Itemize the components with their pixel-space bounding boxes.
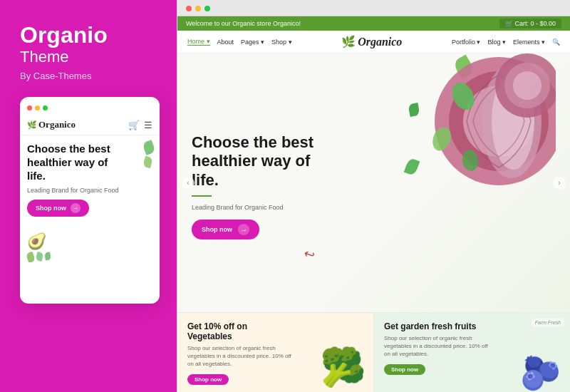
cart-label: 🛒 Cart: 0 - $0.00	[505, 20, 556, 27]
leaf-b2	[36, 252, 44, 262]
nav-bar: Home ▾ About Pages ▾ Shop ▾ 🌿 Organico P…	[177, 31, 570, 53]
mock-logo-label: Organico	[38, 119, 76, 130]
hero-btn-label: Shop now	[202, 226, 232, 233]
hero-next-btn[interactable]: ›	[553, 177, 566, 190]
card-2-desc: Shop our selection of organic fresh vege…	[384, 334, 491, 359]
hero-sub: Leading Brand for Organic Food	[192, 204, 320, 211]
site-logo-leaf-icon: 🌿	[341, 35, 356, 48]
nav-links-right: Portfolio ▾ Blog ▾ Elements ▾ 🔍	[452, 38, 560, 46]
nav-elements-link[interactable]: Elements ▾	[513, 38, 545, 46]
mock-heading: Choose the best healthier way of life.	[27, 143, 113, 182]
nav-portfolio-link[interactable]: Portfolio ▾	[452, 38, 481, 46]
card-1-title: Get 10% off on Vegetables	[187, 321, 287, 341]
nav-blog-label: Blog ▾	[487, 38, 506, 46]
nav-elements-label: Elements ▾	[513, 38, 545, 46]
nav-home-label: Home ▾	[187, 38, 210, 45]
blueberry-icon: 🫐	[520, 354, 561, 392]
nav-about-label: About	[217, 38, 234, 46]
theme-title: Organio	[20, 23, 108, 48]
card-1-btn-label: Shop now	[195, 376, 222, 383]
mock-header-icons: 🛒 ☰	[128, 120, 152, 130]
card-fruits: Farm Fresh Get garden fresh fruits Shop …	[374, 313, 570, 392]
browser-chrome	[177, 0, 570, 16]
hero-shop-btn[interactable]: Shop now →	[192, 220, 259, 239]
mock-content: Choose the best healthier way of life. L…	[20, 135, 160, 262]
announce-bar: Welcome to our Organic store Organico! 🛒…	[177, 16, 570, 31]
hero-underline	[192, 195, 212, 197]
hero-prev-btn[interactable]: ‹	[182, 177, 195, 190]
card-1-image: 🥦	[318, 338, 368, 389]
nav-shop-label: Shop ▾	[271, 38, 292, 46]
card-2-image: 🫐	[512, 335, 569, 392]
nav-search-link[interactable]: 🔍	[552, 38, 560, 46]
nav-links-left: Home ▾ About Pages ▾ Shop ▾	[187, 38, 292, 46]
mock-dots	[20, 105, 160, 116]
nav-link-about[interactable]: About	[217, 38, 234, 46]
site-logo-text: Organico	[358, 36, 402, 48]
nav-pages-label: Pages ▾	[241, 38, 264, 46]
mock-cart-icon[interactable]: 🛒	[128, 120, 140, 130]
cart-badge[interactable]: 🛒 Cart: 0 - $0.00	[499, 19, 561, 29]
card-2-btn-label: Shop now	[391, 366, 418, 373]
nav-search-icon: 🔍	[552, 38, 560, 46]
site-logo: 🌿 Organico	[341, 35, 402, 48]
browser-dot-red	[186, 6, 192, 11]
browser-dot-green	[204, 6, 210, 11]
mock-btn-arrow-icon: →	[71, 203, 81, 213]
mobile-mockup: 🌿 Organico 🛒 ☰ Choose the best healthier…	[20, 97, 160, 304]
website-preview: Welcome to our Organic store Organico! 🛒…	[177, 16, 570, 392]
hero-heading: Choose the best healthier way of life.	[192, 133, 320, 190]
hero-btn-arrow-icon: →	[238, 224, 249, 235]
hero-section: ‹ › Choose the best healthier way of lif…	[177, 53, 570, 312]
announce-text: Welcome to our Organic store Organico!	[186, 20, 301, 27]
theme-by: By Case-Themes	[20, 71, 91, 81]
hero-text-block: Choose the best healthier way of life. L…	[192, 133, 320, 239]
hero-image	[399, 53, 556, 196]
card-2-title: Get garden fresh fruits	[384, 321, 484, 331]
mock-btn-label: Shop now	[36, 205, 66, 212]
mock-dot-red	[27, 105, 32, 110]
farm-fresh-badge: Farm Fresh	[532, 319, 564, 326]
leaf-b1	[26, 252, 36, 262]
curly-arrow-deco: ↩	[302, 245, 318, 264]
card-1-desc: Shop our selection of organic fresh vege…	[187, 344, 294, 368]
avocado-deco: 🥑	[27, 232, 152, 251]
cabbage-svg	[406, 53, 556, 189]
leaf-deco-2	[142, 156, 153, 168]
mock-menu-icon[interactable]: ☰	[144, 120, 152, 130]
leaf-deco-1	[142, 140, 155, 155]
card-vegetables: Get 10% off on Vegetables Shop our selec…	[177, 313, 374, 392]
theme-subtitle: Theme	[20, 48, 68, 66]
mock-leaf-scatter	[144, 141, 154, 167]
svg-point-7	[513, 71, 542, 100]
mock-logo: 🌿 Organico	[27, 119, 76, 130]
nav-link-shop[interactable]: Shop ▾	[271, 38, 292, 46]
browser-dot-yellow	[195, 6, 201, 11]
right-panel: Welcome to our Organic store Organico! 🛒…	[177, 0, 570, 392]
bottom-cards: Get 10% off on Vegetables Shop our selec…	[177, 312, 570, 392]
nav-portfolio-label: Portfolio ▾	[452, 38, 481, 46]
leaf-b3	[44, 252, 51, 261]
mock-dot-green	[43, 105, 48, 110]
card-1-btn[interactable]: Shop now	[187, 374, 229, 385]
mock-leaf-icon: 🌿	[27, 120, 37, 130]
nav-link-home[interactable]: Home ▾	[187, 38, 210, 46]
mock-shop-btn[interactable]: Shop now →	[27, 200, 89, 217]
nav-blog-link[interactable]: Blog ▾	[487, 38, 506, 46]
bottom-leaf-deco	[27, 252, 152, 262]
mock-sub: Leading Brand for Organic Food	[27, 187, 152, 194]
card-2-btn[interactable]: Shop now	[384, 364, 425, 375]
broccoli-icon: 🥦	[320, 346, 366, 389]
mock-dot-yellow	[35, 105, 40, 110]
mock-header: 🌿 Organico 🛒 ☰	[20, 116, 160, 135]
nav-link-pages[interactable]: Pages ▾	[241, 38, 264, 46]
left-panel: Organio Theme By Case-Themes 🌿 Organico …	[0, 0, 177, 392]
